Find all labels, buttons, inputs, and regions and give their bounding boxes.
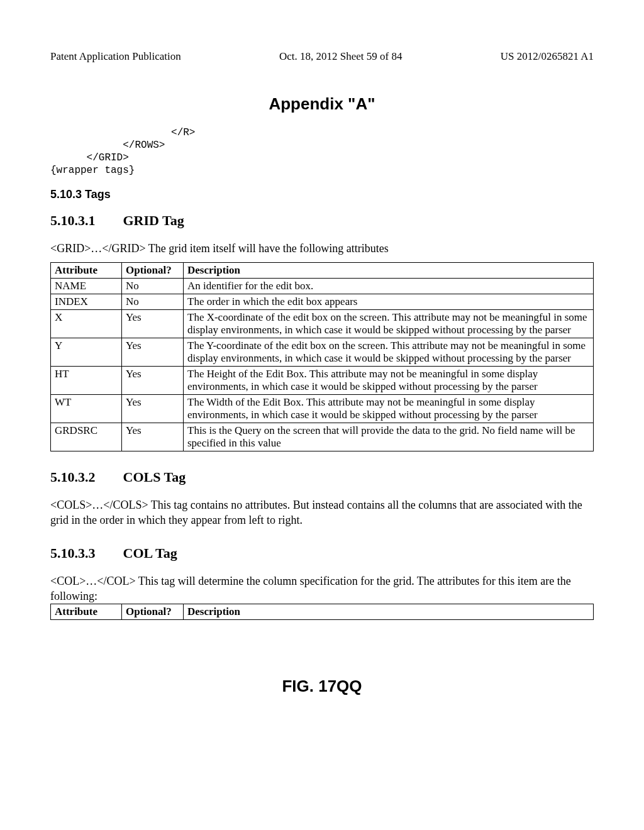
cell-attr: Y xyxy=(51,338,122,367)
header-left: Patent Application Publication xyxy=(50,50,181,63)
cell-opt: Yes xyxy=(122,395,184,423)
cols-tag-paragraph: <COLS>…</COLS> This tag contains no attr… xyxy=(50,498,594,528)
header-right: US 2012/0265821 A1 xyxy=(501,50,594,63)
cell-opt: No xyxy=(122,294,184,310)
cell-desc: An identifier for the edit box. xyxy=(184,279,594,294)
page-container: Patent Application Publication Oct. 18, … xyxy=(0,0,644,721)
cell-attr: HT xyxy=(51,367,122,395)
cell-desc: The Width of the Edit Box. This attribut… xyxy=(184,395,594,423)
cell-desc: The Y-coordinate of the edit box on the … xyxy=(184,338,594,367)
table-header-row: Attribute Optional? Description xyxy=(51,604,594,619)
section-5-10-3-2-cols-tag: 5.10.3.2 COLS Tag xyxy=(50,469,594,485)
figure-label: FIG. 17QQ xyxy=(50,677,594,696)
section-title: COLS Tag xyxy=(123,469,186,485)
table-row: NAME No An identifier for the edit box. xyxy=(51,279,594,294)
cell-opt: Yes xyxy=(122,367,184,395)
grid-attributes-table: Attribute Optional? Description NAME No … xyxy=(50,262,594,451)
table-header-row: Attribute Optional? Description xyxy=(51,263,594,279)
cell-attr: WT xyxy=(51,395,122,423)
section-5-10-3-1-grid-tag: 5.10.3.1 GRID Tag xyxy=(50,213,594,229)
col-header-description: Description xyxy=(184,263,594,279)
cell-opt: Yes xyxy=(122,338,184,367)
col-attributes-table: Attribute Optional? Description xyxy=(50,604,594,620)
cell-desc: The X-coordinate of the edit box on the … xyxy=(184,310,594,338)
cell-attr: GRDSRC xyxy=(51,423,122,451)
cell-opt: Yes xyxy=(122,310,184,338)
col-header-optional: Optional? xyxy=(122,604,184,619)
table-row: X Yes The X-coordinate of the edit box o… xyxy=(51,310,594,338)
cell-opt: Yes xyxy=(122,423,184,451)
col-header-optional: Optional? xyxy=(122,263,184,279)
section-title: GRID Tag xyxy=(123,213,184,228)
cell-desc: The Height of the Edit Box. This attribu… xyxy=(184,367,594,395)
cell-attr: X xyxy=(51,310,122,338)
section-number: 5.10.3.2 xyxy=(50,469,119,485)
cell-attr: NAME xyxy=(51,279,122,294)
section-number: 5.10.3.1 xyxy=(50,213,119,229)
section-number: 5.10.3.3 xyxy=(50,545,119,562)
page-header: Patent Application Publication Oct. 18, … xyxy=(50,50,594,63)
cell-desc: The order in which the edit box appears xyxy=(184,294,594,310)
col-tag-paragraph: <COL>…</COL> This tag will determine the… xyxy=(50,574,594,604)
col-header-attribute: Attribute xyxy=(51,263,122,279)
header-center: Oct. 18, 2012 Sheet 59 of 84 xyxy=(279,50,402,63)
table-row: WT Yes The Width of the Edit Box. This a… xyxy=(51,395,594,423)
cell-desc: This is the Query on the screen that wil… xyxy=(184,423,594,451)
table-row: HT Yes The Height of the Edit Box. This … xyxy=(51,367,594,395)
section-title: COL Tag xyxy=(123,545,177,561)
section-5-10-3-tags: 5.10.3 Tags xyxy=(50,188,594,201)
code-snippet: </R> </ROWS> </GRID> {wrapper tags} xyxy=(50,126,594,177)
appendix-title: Appendix "A" xyxy=(50,94,594,114)
col-header-attribute: Attribute xyxy=(51,604,122,619)
section-5-10-3-3-col-tag: 5.10.3.3 COL Tag xyxy=(50,545,594,562)
cell-opt: No xyxy=(122,279,184,294)
table-row: INDEX No The order in which the edit box… xyxy=(51,294,594,310)
cell-attr: INDEX xyxy=(51,294,122,310)
col-header-description: Description xyxy=(184,604,594,619)
grid-tag-paragraph: <GRID>…</GRID> The grid item itself will… xyxy=(50,241,594,256)
table-row: Y Yes The Y-coordinate of the edit box o… xyxy=(51,338,594,367)
table-row: GRDSRC Yes This is the Query on the scre… xyxy=(51,423,594,451)
